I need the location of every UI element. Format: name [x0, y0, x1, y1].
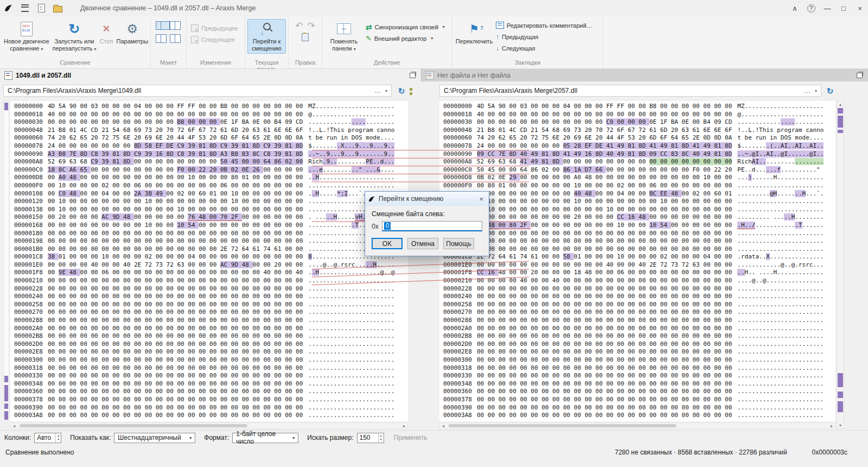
ascii-text[interactable]: ........................ — [737, 308, 824, 315]
hex-row[interactable]: 0000003000 00 00 00 00 00 00 00 00 00 00… — [443, 118, 835, 127]
hex-bytes[interactable]: 21 B8 01 4C CD 21 54 68 69 73 20 70 72 6… — [48, 127, 303, 134]
hex-row[interactable]: 000000F000 10 00 00 00 02 00 00 06 00 00… — [14, 182, 408, 190]
ascii-text[interactable]: .rdata..X............... — [737, 253, 824, 260]
hex-row[interactable]: 0000004821 B8 01 4C CD 21 54 68 69 73 20… — [14, 127, 408, 135]
ascii-text[interactable]: ........................ — [737, 364, 824, 371]
hex-row[interactable]: 0000001840 00 00 00 00 00 00 00 00 00 00… — [443, 111, 835, 119]
hex-row[interactable]: 0000004821 B8 01 4C CD 21 54 68 69 73 20… — [443, 127, 835, 135]
ascii-text[interactable]: ........................ — [308, 285, 394, 292]
scroll-down-icon[interactable]: ▾ — [837, 423, 844, 428]
hex-bytes[interactable]: 2E 72 64 61 74 61 00 00 58 01 00 00 00 1… — [477, 253, 732, 260]
hex-row[interactable]: 000002B800 00 00 00 00 00 00 00 00 00 00… — [443, 332, 835, 340]
hex-bytes[interactable]: 00 00 00 00 00 00 00 00 00 00 00 00 00 0… — [477, 245, 732, 253]
restore-pane-icon[interactable] — [857, 73, 863, 78]
show-as-select[interactable]: Шестнадцатеричный ▾ — [114, 433, 195, 443]
ascii-text[interactable]: ......... .....H........ — [737, 213, 824, 220]
ascii-text[interactable]: ........................ — [737, 412, 824, 419]
dialog-close-icon[interactable]: × — [477, 195, 486, 203]
hex-bytes[interactable]: 00 00 00 00 00 00 00 00 00 00 00 00 00 0… — [477, 301, 732, 308]
ascii-text[interactable]: ........................ — [737, 396, 824, 403]
ascii-text[interactable]: ........................ — [737, 182, 824, 189]
ascii-text[interactable]: ........................ — [308, 277, 394, 284]
hex-bytes[interactable]: 00 00 00 00 00 00 00 00 00 00 00 00 00 0… — [48, 317, 303, 324]
hex-row[interactable]: 00000090A3 B8 7E 8D C8 39 81 8D C9 39 16… — [14, 150, 408, 159]
hex-bytes[interactable]: 00 00 00 00 00 00 00 00 00 00 00 00 00 0… — [477, 396, 732, 403]
hex-bytes[interactable]: 00 00 00 00 00 00 00 00 00 00 00 00 00 0… — [477, 388, 732, 395]
hex-row[interactable]: 0000028800 00 00 00 00 00 00 00 00 00 00… — [14, 317, 408, 325]
hex-row[interactable]: 000001B000 00 00 00 00 00 00 00 00 00 00… — [443, 245, 835, 254]
hex-row[interactable]: 0000024000 00 00 00 00 00 00 00 00 00 00… — [14, 293, 408, 301]
new-binary-comparison-button[interactable]: Новое двоичноесравнение▾ — [2, 19, 51, 54]
scroll-left-icon[interactable]: ◂ — [440, 423, 446, 428]
ascii-text[interactable]: ........................ — [308, 348, 394, 355]
hex-row[interactable]: 000001B000 00 00 00 00 00 00 00 00 00 00… — [14, 245, 408, 254]
ascii-text[interactable]: ........................ — [308, 356, 394, 363]
minimize-button[interactable]: — — [819, 0, 835, 16]
hex-row[interactable]: 000002E800 00 00 00 00 00 00 00 00 00 00… — [14, 348, 408, 356]
hex-bytes[interactable]: 00 00 00 00 00 00 00 00 00 00 00 00 00 0… — [48, 340, 303, 348]
hex-row[interactable]: 000002A000 00 00 00 00 00 00 00 00 00 00… — [443, 325, 835, 333]
hex-row[interactable]: 0000018000 00 00 00 00 00 00 00 00 00 00… — [443, 230, 835, 238]
hex-bytes[interactable]: 00 00 00 00 00 00 00 00 00 10 00 00 10 5… — [48, 222, 303, 229]
right-file-path[interactable]: C:\Program Files\Araxis\Araxis Merge\205… — [440, 87, 577, 94]
ascii-text[interactable]: ........................ — [737, 372, 824, 379]
columns-stepper[interactable]: Авто ▴▾ — [34, 433, 61, 443]
ascii-text[interactable]: ...)......H............. — [737, 174, 824, 181]
hex-row[interactable]: 000003A800 00 00 00 00 00 00 00 00 00 00… — [14, 412, 408, 420]
hex-bytes[interactable]: 40 00 00 00 00 00 00 00 00 00 00 00 00 0… — [48, 111, 303, 118]
hex-row[interactable]: 000001681E 48 00 80 2F 00 00 00 00 00 00… — [443, 222, 835, 230]
path-more-icon[interactable]: … — [374, 87, 381, 94]
hex-bytes[interactable]: 00 00 00 00 00 00 00 00 00 00 00 00 B8 0… — [48, 118, 303, 125]
ascii-text[interactable]: ........................ — [308, 293, 394, 300]
hex-row[interactable]: 000000F000 80 01 00 00 00 00 00 00 10 00… — [443, 182, 835, 190]
help-button[interactable]: Помощь — [443, 238, 474, 249]
ascii-text[interactable]: ........................ — [737, 317, 824, 324]
hex-bytes[interactable]: 4D 5A 90 00 03 00 00 00 04 00 00 00 FF F… — [477, 103, 732, 110]
ascii-text[interactable]: ........................ — [308, 412, 394, 419]
ascii-text[interactable]: ........................ — [308, 372, 394, 379]
hex-row[interactable]: 0000022800 00 00 00 00 00 00 00 00 00 00… — [443, 285, 835, 293]
hex-bytes[interactable]: 00 00 00 00 00 00 00 00 00 00 00 00 00 0… — [48, 325, 303, 332]
hex-row[interactable]: 0000015000 20 00 00 00 AC 9D 48 00 00 00… — [14, 213, 408, 222]
hex-row[interactable]: 0000013800 10 00 00 00 00 00 00 00 00 00… — [443, 206, 835, 214]
ascii-text[interactable]: $........X...9...9...9.. — [308, 142, 394, 149]
ascii-text[interactable]: ........................ — [737, 206, 824, 213]
hex-bytes[interactable]: 00 00 00 00 00 00 00 00 00 00 00 00 00 0… — [477, 412, 732, 419]
hex-bytes[interactable]: 00 00 00 00 00 00 00 00 00 00 00 00 00 0… — [48, 245, 303, 253]
hex-row[interactable]: 000000004D 5A 90 00 03 00 00 00 04 00 00… — [443, 103, 835, 111]
hex-bytes[interactable]: 00 00 00 00 00 00 00 00 00 00 00 00 00 0… — [48, 356, 303, 363]
hex-row[interactable]: 0000024000 00 00 00 00 00 00 00 00 00 00… — [443, 293, 835, 301]
hex-row[interactable]: 0000033000 00 00 00 00 00 00 00 00 00 00… — [443, 372, 835, 380]
hex-row[interactable]: 000000004D 5A 90 00 03 00 00 00 04 00 00… — [14, 103, 408, 111]
hex-bytes[interactable]: 00 20 00 00 00 AC 9D 48 00 00 00 00 00 7… — [48, 213, 303, 220]
hex-row[interactable]: 0000027000 00 00 00 00 00 00 00 00 00 00… — [443, 308, 835, 317]
hex-bytes[interactable]: 24 00 00 00 00 00 00 00 05 28 EF DE 41 4… — [477, 142, 732, 149]
ascii-text[interactable]: !..L.!This program canno — [737, 127, 824, 134]
hex-row[interactable]: 000003A800 00 00 00 00 00 00 00 00 00 00… — [443, 412, 835, 420]
hex-row[interactable]: 0000015000 00 00 00 00 00 00 00 00 20 00… — [443, 213, 835, 222]
hex-bytes[interactable]: 00 00 00 00 00 00 00 00 00 00 00 00 40 0… — [477, 261, 732, 268]
hex-bytes[interactable]: 00 00 00 00 00 00 00 00 00 00 00 00 00 0… — [477, 230, 732, 237]
ascii-text[interactable]: ........................ — [737, 198, 824, 205]
hex-bytes[interactable]: 52 69 63 68 41 49 81 8D 00 00 00 00 00 0… — [477, 158, 732, 165]
right-scrollbar[interactable]: ▴ ▾ — [837, 101, 844, 429]
hex-bytes[interactable]: 00 00 00 00 00 00 00 00 00 00 00 00 00 0… — [477, 317, 732, 324]
hex-row[interactable]: 000000C018 8C A6 65 00 00 00 00 00 00 00… — [14, 166, 408, 174]
ascii-text[interactable]: ........................ — [737, 404, 824, 411]
ascii-text[interactable]: ..~..9...9...9.......9.. — [308, 150, 394, 157]
hex-row[interactable]: 0000007824 00 00 00 00 00 00 00 8D 58 EF… — [14, 142, 408, 150]
ascii-text[interactable]: ........................ — [308, 404, 394, 411]
hex-bytes[interactable]: 74 20 62 65 20 72 75 6E 20 69 6E 20 44 4… — [48, 134, 303, 141]
hex-bytes[interactable]: 00 00 00 00 00 00 00 00 00 00 00 00 00 0… — [48, 230, 303, 237]
path-more-icon[interactable]: … — [804, 87, 810, 94]
hex-bytes[interactable]: 00 00 00 00 00 00 00 00 00 00 00 00 00 0… — [477, 340, 732, 348]
hex-bytes[interactable]: 00 00 00 00 00 00 00 00 00 00 00 00 00 0… — [48, 285, 303, 292]
layout-stacked-icon[interactable] — [156, 34, 167, 43]
hex-bytes[interactable]: 00 00 00 00 00 00 00 00 00 00 00 00 00 0… — [477, 356, 732, 363]
hex-bytes[interactable]: 00 00 00 00 00 00 00 00 00 00 00 00 00 0… — [48, 388, 303, 395]
format-select[interactable]: 1-байт целое число ▾ — [232, 433, 298, 443]
hex-bytes[interactable]: 00 10 00 00 00 00 00 00 00 10 00 00 00 0… — [48, 198, 303, 205]
hex-row[interactable]: 000002D000 00 00 00 00 00 00 00 00 00 00… — [443, 340, 835, 349]
goto-offset-button[interactable]: ↓ Перейти ксмещению — [247, 19, 286, 54]
hex-bytes[interactable]: 00 00 00 00 00 00 00 00 00 00 00 00 00 0… — [48, 332, 303, 339]
